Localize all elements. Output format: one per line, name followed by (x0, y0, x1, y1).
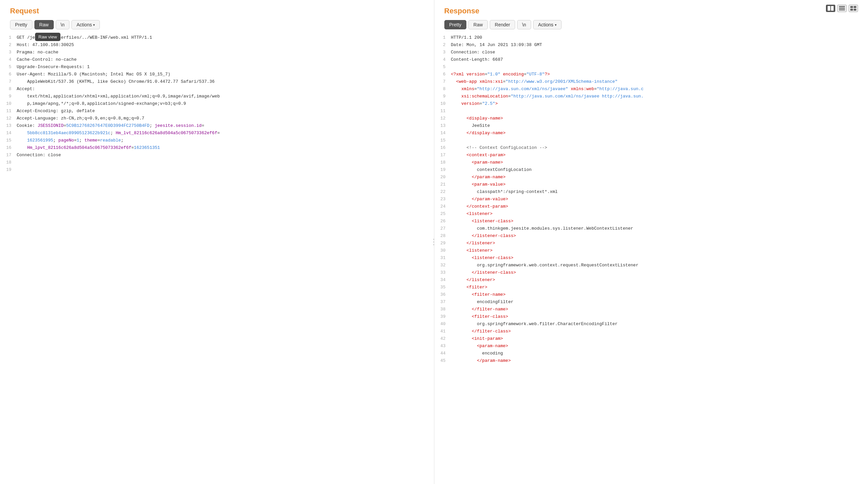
main-panels: Request Pretty Raw \n Actions ▾ Raw view… (0, 0, 868, 484)
pretty-button-left[interactable]: Pretty (10, 20, 32, 29)
table-row: 17 <context-param> (434, 152, 868, 159)
table-row: 37 encodingFilter (434, 298, 868, 306)
table-row: 1 HTTP/1.1 200 (434, 34, 868, 41)
table-row: 19 (0, 166, 434, 173)
raw-view-tooltip: Raw view (35, 33, 60, 41)
table-row: 4 Content-Length: 6687 (434, 56, 868, 63)
table-row: 10 p,image/apng,*/*;q=0.8,application/si… (0, 100, 434, 107)
table-row: 2 Date: Mon, 14 Jun 2021 13:09:38 GMT (434, 41, 868, 49)
chevron-down-icon-right: ▾ (555, 23, 557, 27)
table-row: 31 <listener-class> (434, 254, 868, 262)
newline-button-right[interactable]: \n (517, 20, 531, 29)
table-row: 34 </listener> (434, 277, 868, 284)
table-row: 9 text/html,application/xhtml+xml,applic… (0, 93, 434, 100)
table-row: 23 </param-value> (434, 196, 868, 203)
table-row: 30 <listener> (434, 247, 868, 254)
response-code-area: 1 HTTP/1.1 200 2 Date: Mon, 14 Jun 2021 … (434, 34, 868, 364)
table-row: 9 xsi:schemaLocation="http://java.sun.co… (434, 93, 868, 100)
svg-rect-3 (839, 8, 845, 9)
table-row: 5 Upgrade-Insecure-Requests: 1 (0, 63, 434, 71)
grid-view-icon[interactable] (849, 5, 858, 12)
table-row: 12 Accept-Language: zh-CN,zh;q=0.9,en;q=… (0, 115, 434, 122)
table-row: 4 Cache-Control: no-cache (0, 56, 434, 63)
request-panel: Request Pretty Raw \n Actions ▾ Raw view… (0, 0, 434, 484)
request-toolbar: Pretty Raw \n Actions ▾ Raw view (0, 20, 434, 34)
svg-rect-8 (854, 9, 856, 11)
table-row: 6 User-Agent: Mozilla/5.0 (Macintosh; In… (0, 71, 434, 78)
table-row: 13 JeeSite (434, 122, 868, 130)
table-row: 3 Connection: close (434, 49, 868, 56)
chevron-down-icon-left: ▾ (93, 23, 95, 27)
table-row: 16 Hm_lpvt_82116c626a8d504a5c0675073362e… (0, 144, 434, 152)
table-row: 16 <!-- Context ConfigLocation --> (434, 144, 868, 152)
table-row: 11 Accept-Encoding: gzip, deflate (0, 107, 434, 115)
request-code-area: 1 GET /jee_files/userfiles/../WEB-INF/we… (0, 34, 434, 173)
response-title: Response (434, 7, 868, 20)
table-row: 1 GET /jee_files/userfiles/../WEB-INF/we… (0, 34, 434, 41)
response-panel: Response Pretty Raw Render \n Actions ▾ … (434, 0, 868, 484)
table-row: 39 <filter-class> (434, 313, 868, 320)
svg-rect-1 (831, 6, 834, 11)
request-title: Request (0, 7, 434, 20)
table-row: 10 version="2.5"> (434, 100, 868, 107)
table-row: 17 Connection: close (0, 152, 434, 159)
table-row: 19 contextConfigLocation (434, 166, 868, 173)
table-row: 33 </listener-class> (434, 269, 868, 277)
table-row: 2 Host: 47.100.168:30025 (0, 41, 434, 49)
svg-rect-2 (839, 6, 845, 7)
table-row: 36 <filter-name> (434, 291, 868, 298)
pretty-button-right[interactable]: Pretty (444, 20, 467, 29)
raw-button-right[interactable]: Raw (468, 20, 488, 29)
table-row: 7 AppleWebKit/537.36 (KHTML, like Gecko)… (0, 78, 434, 86)
table-row: 8 Accept: (0, 86, 434, 93)
table-row: 20 </param-name> (434, 173, 868, 181)
list-view-icon[interactable] (837, 5, 847, 12)
table-row: 3 Pragma: no-cache (0, 49, 434, 56)
table-row: 27 com.thinkgem.jeesite.modules.sys.list… (434, 225, 868, 232)
svg-rect-6 (854, 6, 856, 8)
table-row: 41 </filter-class> (434, 328, 868, 335)
table-row: 8 xmlns="http://java.sun.com/xml/ns/java… (434, 86, 868, 93)
table-row: 18 (0, 159, 434, 166)
table-row: 21 <param-value> (434, 181, 868, 188)
split-view-icon[interactable] (826, 5, 835, 12)
actions-button-left[interactable]: Actions ▾ (71, 20, 100, 29)
newline-button-left[interactable]: \n (56, 20, 70, 29)
table-row: 24 </context-param> (434, 203, 868, 210)
svg-rect-7 (850, 9, 853, 11)
table-row: 32 org.springframework.web.context.reque… (434, 262, 868, 269)
table-row: 15 1623561995; pageNo=1; theme=readable; (0, 137, 434, 144)
svg-rect-0 (828, 6, 830, 11)
table-row: 13 Cookie: JSESSIONID=5C9B12768267647E0D… (0, 122, 434, 130)
table-row: 42 <init-param> (434, 335, 868, 343)
table-row: 22 classpath*:/spring-context*.xml (434, 188, 868, 196)
table-row: 11 (434, 107, 868, 115)
table-row: 14 </display-name> (434, 130, 868, 137)
svg-rect-5 (850, 6, 853, 8)
table-row: 40 org.springframework.web.filter.Charac… (434, 320, 868, 328)
actions-button-right[interactable]: Actions ▾ (533, 20, 561, 29)
raw-button-left[interactable]: Raw (34, 20, 54, 29)
table-row: 18 <param-name> (434, 159, 868, 166)
table-row: 45 </param-name> (434, 357, 868, 364)
table-row: 29 </listener> (434, 240, 868, 247)
svg-rect-4 (839, 9, 845, 10)
table-row: 12 <display-name> (434, 115, 868, 122)
render-button-right[interactable]: Render (490, 20, 515, 29)
response-toolbar: Pretty Raw Render \n Actions ▾ (434, 20, 868, 34)
table-row: 14 5bb8cc8131eb4aec89905123622b921c; Hm_… (0, 130, 434, 137)
table-row: 7 <web-app xmlns:xsi="http://www.w3.org/… (434, 78, 868, 86)
table-row: 5 (434, 63, 868, 71)
table-row: 38 </filter-name> (434, 306, 868, 313)
table-row: 44 encoding (434, 350, 868, 357)
table-row: 25 <listener> (434, 210, 868, 218)
table-row: 43 <param-name> (434, 343, 868, 350)
table-row: 26 <listener-class> (434, 218, 868, 225)
table-row: 35 <filter> (434, 284, 868, 291)
table-row: 28 </listener-class> (434, 232, 868, 240)
table-row: 15 (434, 137, 868, 144)
table-row: 6 <?xml version="1.0" encoding="UTF-8"?> (434, 71, 868, 78)
view-switcher (826, 5, 858, 12)
